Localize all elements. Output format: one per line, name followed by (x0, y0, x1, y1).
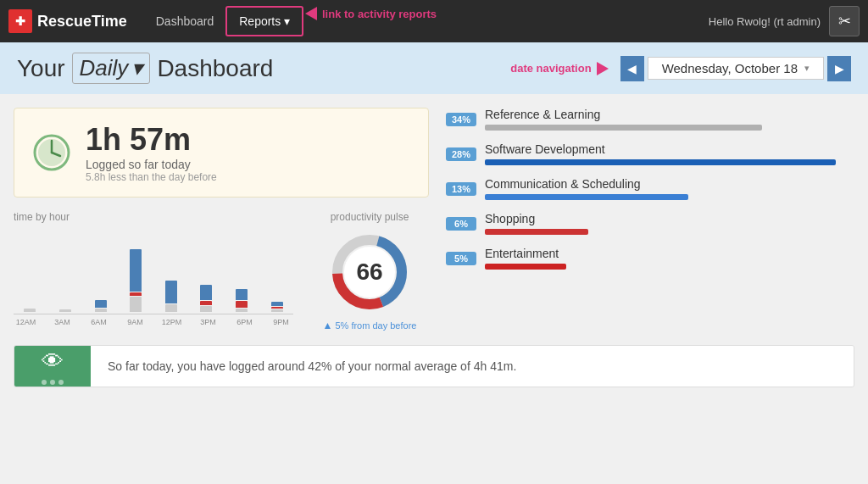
category-block: Entertainment (485, 247, 854, 270)
main-content: 1h 57m Logged so far today 5.8h less tha… (0, 94, 868, 345)
dot-1 (42, 380, 47, 385)
navbar-right: Hello Rwolg! (rt admin) ✂ (709, 6, 860, 36)
category-item: 34%Reference & Learning (446, 108, 854, 131)
bar-group (84, 230, 117, 312)
category-block: Reference & Learning (485, 108, 854, 131)
pct-badge: 6% (446, 217, 476, 231)
bar-gray (200, 306, 212, 312)
charts-row: time by hour 12AM3AM6AM9AM12PM3PM6PM9PM … (14, 211, 429, 331)
date-display: Wednesday, October 18 ▾ (648, 57, 824, 80)
nav-dashboard[interactable]: Dashboard (144, 0, 226, 42)
bar-group (260, 230, 293, 312)
stats-label: Logged so far today (86, 158, 217, 171)
daily-selector[interactable]: Daily ▾ (72, 53, 151, 84)
category-block: Software Development (485, 142, 854, 165)
pct-badge: 34% (446, 113, 476, 126)
category-name: Reference & Learning (485, 108, 854, 121)
category-bar-wrap (485, 159, 854, 165)
footer-bar: 👁 So far today, you have logged around 4… (14, 345, 854, 387)
pct-badge: 28% (446, 147, 476, 161)
dashboard-label: Dashboard (157, 55, 273, 82)
dot-3 (58, 380, 64, 385)
bar-blue (95, 300, 107, 308)
category-bar-fill (485, 194, 688, 200)
date-annotation: date navigation (510, 62, 608, 75)
category-bar-wrap (485, 125, 854, 131)
bar-gray (236, 309, 248, 313)
brand-name: RescueTime (37, 13, 127, 31)
stats-sublabel: 5.8h less than the day before (86, 171, 217, 183)
category-block: Communication & Scheduling (485, 177, 854, 200)
dropdown-caret: ▾ (284, 14, 290, 28)
bar-blue (130, 249, 142, 292)
donut-number: 66 (356, 259, 382, 286)
bar-gray (130, 297, 142, 312)
pct-badge: 5% (446, 252, 476, 265)
left-panel: 1h 57m Logged so far today 5.8h less tha… (14, 108, 429, 331)
time-label: 3AM (50, 318, 75, 326)
footer-dots (42, 380, 64, 385)
subheader: Your Daily ▾ Dashboard date navigation ◀… (0, 42, 868, 94)
bar-group (190, 230, 223, 312)
prev-date-button[interactable]: ◀ (620, 56, 644, 81)
navbar: ✚ RescueTime Dashboard Reports ▾ link to… (0, 0, 868, 42)
category-bar-wrap (485, 264, 854, 270)
pct-badge: 13% (446, 182, 476, 196)
bar-group (14, 230, 47, 312)
dot-2 (50, 380, 55, 385)
arrow-left-icon (305, 7, 317, 20)
donut-title: productivity pulse (310, 211, 429, 223)
bar-gray (24, 309, 36, 312)
footer-icon-area: 👁 (14, 346, 91, 387)
category-item: 13%Communication & Scheduling (446, 177, 854, 200)
category-name: Communication & Scheduling (485, 177, 854, 191)
category-name: Software Development (485, 142, 854, 156)
clock-icon (31, 132, 72, 173)
nav-reports[interactable]: Reports ▾ (225, 6, 303, 36)
bar-gray (59, 309, 71, 312)
bar-blue (236, 289, 248, 301)
brand-icon: ✚ (8, 9, 32, 33)
time-label: 6PM (232, 318, 257, 326)
time-labels: 12AM3AM6AM9AM12PM3PM6PM9PM (14, 318, 293, 326)
bar-gray (271, 309, 283, 312)
category-block: Shopping (485, 212, 854, 235)
date-nav: date navigation ◀ Wednesday, October 18 … (510, 56, 851, 81)
time-label: 6AM (86, 318, 111, 326)
stats-info: 1h 57m Logged so far today 5.8h less tha… (86, 122, 217, 183)
right-panel: 34%Reference & Learning28%Software Devel… (429, 108, 854, 331)
category-bar-fill (485, 159, 836, 165)
bar-group (49, 230, 82, 312)
reports-dropdown[interactable]: Reports ▾ (239, 14, 290, 28)
bar-blue (271, 302, 283, 306)
arrow-right-icon (597, 62, 609, 75)
stats-time: 1h 57m (86, 122, 217, 158)
daily-caret: ▾ (131, 55, 142, 81)
time-label: 12AM (14, 318, 38, 326)
bar-blue (200, 285, 212, 300)
bar-chart-section: time by hour 12AM3AM6AM9AM12PM3PM6PM9PM (14, 211, 293, 331)
annotation-reports: link to activity reports (305, 7, 437, 20)
bar-red (200, 301, 212, 305)
category-bar-wrap (485, 194, 854, 200)
bar-group (155, 230, 188, 312)
category-bar-fill (485, 229, 588, 235)
category-item: 6%Shopping (446, 212, 854, 235)
bar-chart-title: time by hour (14, 211, 293, 223)
bar-gray (95, 309, 107, 313)
bar-group (225, 230, 259, 312)
stats-box: 1h 57m Logged so far today 5.8h less tha… (14, 108, 429, 197)
footer-text: So far today, you have logged around 42%… (91, 346, 854, 387)
tools-button[interactable]: ✂ (829, 6, 860, 36)
time-label: 9AM (123, 318, 147, 326)
bar-chart (14, 230, 293, 314)
your-label: Your (17, 55, 65, 82)
next-date-button[interactable]: ▶ (827, 56, 851, 81)
category-bar-fill (485, 125, 762, 131)
donut-chart: 66 (327, 230, 412, 314)
time-label: 12PM (159, 318, 184, 326)
bar-red (236, 301, 248, 307)
time-label: 9PM (269, 318, 293, 326)
category-item: 5%Entertainment (446, 247, 854, 270)
category-bar-fill (485, 264, 566, 270)
